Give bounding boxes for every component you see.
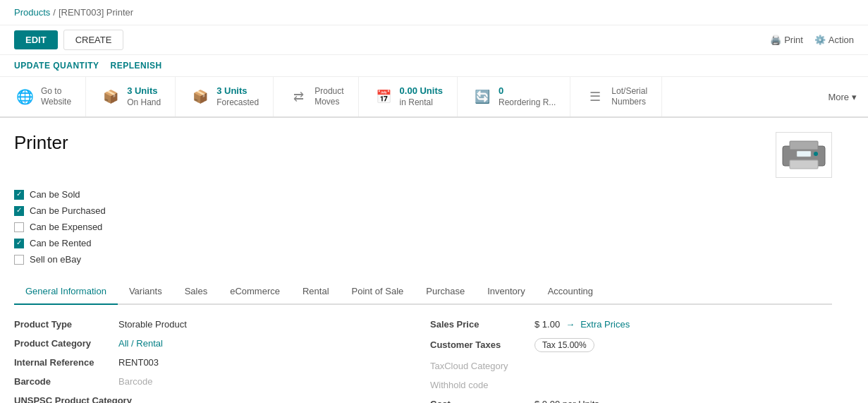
checkbox-can-be-purchased[interactable]: Can be Purchased bbox=[14, 205, 832, 216]
tab-point-of-sale[interactable]: Point of Sale bbox=[341, 279, 415, 305]
form-left: Product Type Storable Product Product Ca… bbox=[14, 319, 416, 403]
product-category-value[interactable]: All / Rental bbox=[118, 338, 163, 349]
product-title: Printer bbox=[14, 132, 68, 154]
customer-taxes-label: Customer Taxes bbox=[430, 339, 529, 350]
checkbox-icon-sold bbox=[14, 190, 24, 200]
product-moves-label2: Moves bbox=[314, 97, 343, 108]
tax-badge[interactable]: Tax 15.00% bbox=[534, 338, 594, 352]
checkbox-icon-expensed bbox=[14, 222, 24, 232]
unspsc-label: UNSPSC Product Category bbox=[14, 395, 132, 403]
lot-serial-label2: Numbers bbox=[611, 97, 647, 108]
taxcloud-row: TaxCloud Category bbox=[430, 361, 832, 371]
cost-label: Cost bbox=[430, 399, 529, 403]
update-quantity-link[interactable]: UPDATE QUANTITY bbox=[14, 61, 99, 71]
globe-icon: 🌐 bbox=[14, 86, 35, 107]
extra-prices-link[interactable]: Extra Prices bbox=[580, 319, 630, 330]
chevron-down-icon: ▾ bbox=[852, 92, 857, 102]
units-on-hand-value: 3 Units bbox=[127, 85, 161, 97]
product-type-row: Product Type Storable Product bbox=[14, 319, 416, 330]
barcode-input[interactable]: Barcode bbox=[118, 376, 152, 387]
unspsc-row: UNSPSC Product Category bbox=[14, 395, 416, 403]
replenish-link[interactable]: REPLENISH bbox=[111, 61, 162, 71]
more-button[interactable]: More ▾ bbox=[817, 77, 868, 116]
form-right: Sales Price $ 1.00 → Extra Prices Custom… bbox=[430, 319, 832, 403]
breadcrumb-current: [RENT003] Printer bbox=[59, 7, 133, 18]
action-bar: UPDATE QUANTITY REPLENISH bbox=[0, 55, 868, 77]
tab-accounting[interactable]: Accounting bbox=[537, 279, 604, 305]
checkbox-icon-purchased bbox=[14, 206, 24, 216]
calendar-icon: 📅 bbox=[373, 86, 394, 107]
action-button[interactable]: ⚙️ Action bbox=[814, 35, 854, 45]
checkbox-can-be-sold[interactable]: Can be Sold bbox=[14, 189, 832, 200]
tab-sales[interactable]: Sales bbox=[173, 279, 219, 305]
cost-value: $ 0.00 per Units bbox=[534, 399, 599, 403]
product-type-label: Product Type bbox=[14, 319, 113, 330]
sales-price-row: Sales Price $ 1.00 → Extra Prices bbox=[430, 319, 832, 330]
product-category-row: Product Category All / Rental bbox=[14, 338, 416, 349]
internal-reference-row: Internal Reference RENT003 bbox=[14, 357, 416, 368]
withhold-code-label: Withhold code bbox=[430, 380, 529, 390]
svg-point-4 bbox=[814, 152, 818, 156]
reordering-value: 0 bbox=[499, 85, 556, 97]
main-content: Printer Can be Sold Can be Purchased Can… bbox=[0, 118, 846, 403]
stat-units-forecasted[interactable]: 📦 3 Units Forecasted bbox=[176, 77, 274, 116]
checkbox-icon-ebay bbox=[14, 255, 24, 265]
tab-ecommerce[interactable]: eCommerce bbox=[219, 279, 291, 305]
gear-icon: ⚙️ bbox=[814, 35, 826, 45]
svg-rect-1 bbox=[790, 141, 818, 150]
boxes-icon-1: 📦 bbox=[100, 86, 121, 107]
goto-label2: Website bbox=[41, 97, 71, 108]
tabs: General Information Variants Sales eComm… bbox=[14, 279, 832, 305]
refresh-icon: 🔄 bbox=[472, 86, 493, 107]
tab-general-information[interactable]: General Information bbox=[14, 279, 118, 305]
taxcloud-label: TaxCloud Category bbox=[430, 361, 529, 371]
tab-inventory[interactable]: Inventory bbox=[476, 279, 536, 305]
svg-rect-3 bbox=[797, 151, 811, 157]
units-forecasted-label: Forecasted bbox=[216, 97, 259, 109]
customer-taxes-row: Customer Taxes Tax 15.00% bbox=[430, 338, 832, 352]
checkbox-icon-rented bbox=[14, 239, 24, 248]
stat-reordering[interactable]: 🔄 0 Reordering R... bbox=[458, 77, 570, 116]
stat-units-on-hand[interactable]: 📦 3 Units On Hand bbox=[86, 77, 176, 116]
product-category-link[interactable]: All / Rental bbox=[118, 338, 163, 349]
units-forecasted-value: 3 Units bbox=[216, 85, 259, 97]
reordering-label: Reordering R... bbox=[499, 97, 556, 109]
product-type-value: Storable Product bbox=[118, 319, 187, 330]
internal-reference-label: Internal Reference bbox=[14, 357, 113, 368]
boxes-icon-2: 📦 bbox=[190, 86, 211, 107]
checkbox-sell-on-ebay[interactable]: Sell on eBay bbox=[14, 254, 832, 265]
stat-units-rental[interactable]: 📅 0.00 Units in Rental bbox=[359, 77, 458, 116]
stat-lot-serial[interactable]: ☰ Lot/Serial Numbers bbox=[570, 77, 662, 116]
print-icon: 🖨️ bbox=[770, 35, 781, 45]
arrow-right-icon: → bbox=[566, 319, 575, 330]
breadcrumb-parent[interactable]: Products bbox=[14, 7, 50, 18]
create-button[interactable]: CREATE bbox=[63, 30, 124, 50]
checkboxes: Can be Sold Can be Purchased Can be Expe… bbox=[14, 189, 832, 265]
toolbar-right: 🖨️ Print ⚙️ Action bbox=[770, 35, 854, 45]
tab-variants[interactable]: Variants bbox=[118, 279, 173, 305]
toolbar: EDIT CREATE 🖨️ Print ⚙️ Action bbox=[0, 25, 868, 55]
checkbox-can-be-rented[interactable]: Can be Rented bbox=[14, 238, 832, 248]
print-button[interactable]: 🖨️ Print bbox=[770, 35, 803, 45]
units-rental-value: 0.00 Units bbox=[400, 85, 443, 97]
lot-serial-label1: Lot/Serial bbox=[611, 86, 647, 97]
checkbox-can-be-expensed[interactable]: Can be Expensed bbox=[14, 222, 832, 232]
stats-bar: 🌐 Go to Website 📦 3 Units On Hand 📦 3 Un… bbox=[0, 77, 868, 118]
stat-goto-website[interactable]: 🌐 Go to Website bbox=[0, 77, 86, 116]
arrows-icon: ⇄ bbox=[288, 86, 309, 107]
svg-rect-2 bbox=[790, 160, 818, 169]
more-label: More bbox=[828, 92, 849, 102]
withhold-code-row: Withhold code bbox=[430, 380, 832, 390]
product-moves-label1: Product bbox=[314, 86, 343, 97]
goto-label1: Go to bbox=[41, 86, 71, 97]
sales-price-value: $ 1.00 bbox=[534, 319, 560, 330]
stat-product-moves[interactable]: ⇄ Product Moves bbox=[274, 77, 358, 116]
product-category-label: Product Category bbox=[14, 338, 113, 349]
product-image bbox=[776, 132, 832, 178]
tab-rental[interactable]: Rental bbox=[291, 279, 341, 305]
edit-button[interactable]: EDIT bbox=[14, 30, 58, 49]
list-icon: ☰ bbox=[585, 86, 606, 107]
tab-purchase[interactable]: Purchase bbox=[415, 279, 476, 305]
product-header: Printer bbox=[14, 132, 832, 178]
form-section: Product Type Storable Product Product Ca… bbox=[14, 319, 832, 403]
